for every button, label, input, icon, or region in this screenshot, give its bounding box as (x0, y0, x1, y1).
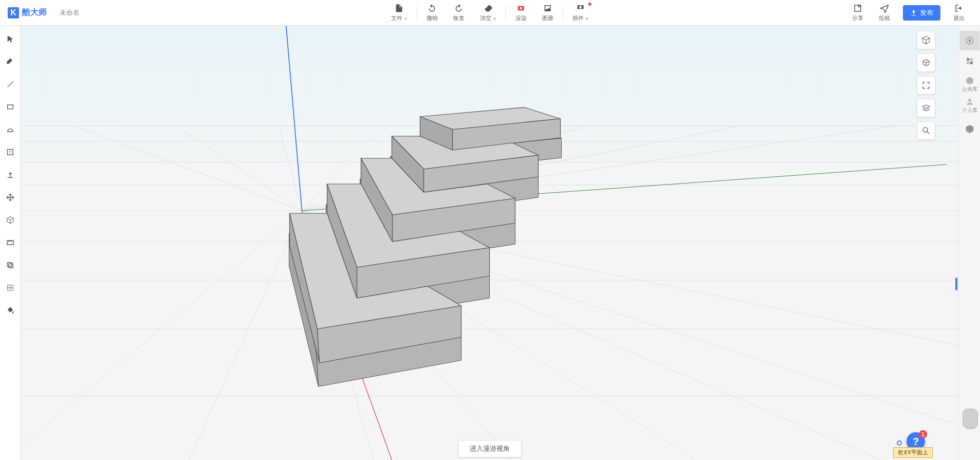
view-cube-button[interactable] (917, 31, 935, 49)
select-tool[interactable] (2, 31, 19, 47)
share-button[interactable]: 分享 (844, 1, 871, 24)
toolbar-center: 文件▼ 撤销 恢复 清空▼ 渲染 (383, 1, 597, 24)
search-button[interactable] (917, 121, 935, 140)
divider (563, 5, 563, 21)
line-tool[interactable] (2, 76, 19, 93)
notification-dot-icon (588, 3, 591, 6)
camera-icon (516, 3, 526, 13)
move-tool[interactable] (2, 189, 19, 206)
left-toolbar: T (0, 26, 21, 460)
svg-rect-73 (967, 62, 969, 64)
share-icon (853, 3, 862, 13)
right-sidebar: 公共库 个人库 (958, 26, 980, 460)
z-axis (284, 26, 302, 211)
divider (417, 5, 417, 21)
fullscreen-button[interactable] (917, 76, 935, 95)
enter-roam-view-button[interactable]: 进入漫游视角 (458, 440, 522, 457)
text-tool[interactable]: T (2, 144, 19, 160)
mouse-hint-icon (963, 409, 978, 429)
document-title[interactable]: 未命名 (60, 8, 80, 17)
rectangle-tool[interactable] (2, 99, 19, 115)
send-icon (880, 3, 889, 13)
svg-rect-7 (9, 264, 13, 268)
measure-tool[interactable] (2, 234, 19, 251)
file-icon (395, 3, 404, 13)
cube-tool[interactable] (2, 212, 19, 228)
svg-line-19 (176, 211, 302, 460)
origin-marker-icon (897, 440, 902, 446)
svg-rect-74 (970, 62, 972, 64)
divider (506, 5, 506, 21)
exit-icon (954, 3, 964, 13)
material-tool[interactable] (960, 51, 979, 71)
render-button[interactable]: 渲染 (508, 1, 534, 24)
svg-text:T: T (9, 150, 11, 155)
eraser-icon (484, 3, 493, 13)
dropdown-arrow-icon: ▼ (404, 17, 408, 21)
push-tool[interactable] (2, 167, 19, 183)
grid-tool[interactable] (2, 280, 19, 296)
paint-tool[interactable] (2, 53, 19, 70)
compass-tool[interactable] (960, 31, 979, 50)
plugins-menu[interactable]: 插件▼ (565, 1, 597, 24)
clear-menu[interactable]: 清空▼ (472, 1, 504, 24)
public-library-button[interactable]: 公共库 (962, 76, 977, 92)
svg-rect-71 (967, 58, 969, 61)
svg-point-1 (520, 7, 523, 10)
box-tool[interactable] (960, 119, 979, 139)
dropdown-arrow-icon: ▼ (585, 17, 589, 21)
arc-tool[interactable] (2, 121, 19, 138)
exit-button[interactable]: 退出 (946, 1, 972, 24)
svg-rect-6 (7, 263, 11, 267)
plugin-icon (576, 3, 585, 13)
fill-tool[interactable] (2, 302, 19, 319)
submit-button[interactable]: 投稿 (871, 1, 898, 24)
viewport-3d[interactable]: 进入漫游视角 ? 1 在XY平面上 (21, 26, 958, 460)
scene-canvas (21, 26, 958, 460)
svg-line-27 (73, 126, 302, 211)
personal-library-button[interactable]: 个人库 (962, 97, 977, 113)
svg-line-69 (927, 132, 929, 134)
svg-rect-3 (7, 105, 13, 109)
logo-area[interactable]: 酷大师 (8, 7, 47, 19)
perspective-button[interactable] (917, 53, 935, 72)
svg-line-18 (21, 211, 302, 460)
svg-point-75 (968, 99, 971, 102)
undo-button[interactable]: 撤销 (419, 1, 446, 24)
svg-point-68 (923, 127, 928, 132)
status-hint: 在XY平面上 (893, 447, 933, 458)
gallery-button[interactable]: 图册 (534, 1, 561, 24)
app-name: 酷大师 (22, 7, 47, 18)
gallery-icon (543, 3, 552, 13)
app-logo-icon (8, 7, 19, 19)
svg-rect-72 (970, 58, 972, 61)
redo-icon (454, 3, 464, 13)
help-badge: 1 (919, 430, 927, 438)
redo-button[interactable]: 恢复 (446, 1, 472, 24)
main-area: T (0, 26, 980, 460)
svg-line-28 (176, 126, 302, 211)
copy-tool[interactable] (2, 257, 19, 273)
upload-icon (910, 9, 917, 16)
layers-button[interactable] (917, 99, 935, 117)
publish-button[interactable]: 发布 (903, 5, 940, 21)
top-toolbar: 酷大师 未命名 文件▼ 撤销 恢复 清空▼ (0, 0, 980, 26)
dropdown-arrow-icon: ▼ (493, 17, 496, 21)
scroll-marker[interactable] (955, 278, 957, 290)
view-controls-panel (917, 31, 935, 140)
undo-icon (428, 3, 437, 13)
svg-line-2 (7, 82, 13, 87)
file-menu[interactable]: 文件▼ (383, 1, 415, 24)
toolbar-right: 分享 投稿 发布 退出 (844, 1, 972, 24)
